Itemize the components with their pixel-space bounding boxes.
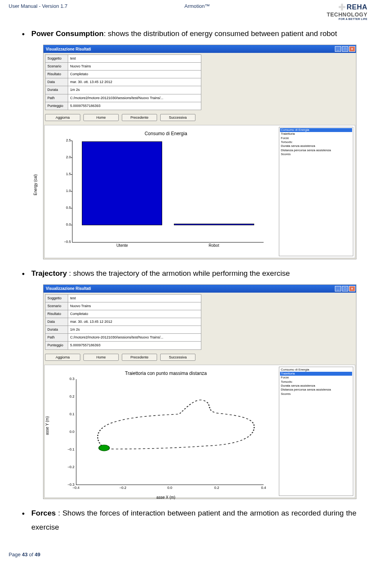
result-body: Consumo di Energia Energy (cal) 2.5 2.0 … [44, 125, 355, 258]
table-row: Datamar. 30. ott. 13:45 12 2012 [45, 318, 201, 326]
window-buttons: _ □ × [335, 46, 355, 52]
xlabel-utente: Utente [116, 242, 128, 249]
minimize-button[interactable]: _ [335, 286, 341, 291]
xlabel-robot: Robot [209, 242, 219, 249]
table-row: Durata1m 2s [45, 326, 201, 334]
close-button[interactable]: × [349, 46, 355, 52]
list-item[interactable]: Scores [280, 152, 352, 156]
list-item[interactable]: Torsods: [280, 140, 352, 144]
chart-title: Consumo di Energia [60, 129, 271, 138]
chart-area-trajectory: Traiettoria con punto massima distanza a… [45, 365, 277, 498]
footer-prefix: Page [9, 552, 22, 557]
table-row: Soggettotest [45, 55, 201, 63]
list-item[interactable]: Distanza percorsa senza assistenza [280, 148, 352, 152]
bullet-traj-label: Trajectory [31, 269, 67, 277]
svg-point-0 [99, 445, 109, 451]
chart-axes: 2.5 2.0 1.5 1.0 0.5 0.0 −0.5 Utente Robo… [72, 141, 264, 242]
minimize-button[interactable]: _ [335, 46, 341, 52]
table-row: RisultatoCompletato [45, 71, 201, 78]
bar-robot [174, 224, 254, 225]
table-row: Punteggio5.00097557186393 [45, 102, 201, 110]
bullet-power-label: Power Consumption [31, 29, 104, 38]
window-title: Visualizzazione Risultati [46, 285, 91, 292]
window-titlebar: Visualizzazione Risultati _ □ × [43, 45, 356, 53]
prev-button[interactable]: Precedente [122, 114, 157, 121]
bullet-traj-text: : shows the trajectory of the armotion w… [67, 269, 290, 277]
logo-sub: TECHNOLOGY [327, 11, 367, 18]
page-header: User Manual - Version 1.7 Armotion™ ✚ RE… [0, 0, 376, 22]
bullet-power: Power Consumption: shows the distributio… [20, 27, 356, 259]
table-row: PathC:/motore2/motore-20121030/sessions/… [45, 94, 201, 102]
table-row: Soggettotest [45, 294, 201, 302]
logo-cross-icon: ✚ [338, 4, 346, 10]
result-type-list[interactable]: Consumo di Energia Traiettoria Forze Tor… [279, 367, 353, 496]
page-footer: Page 43 of 49 [0, 552, 376, 564]
window-buttons: _ □ × [335, 286, 355, 291]
window-titlebar: Visualizzazione Risultati _ □ × [43, 285, 356, 293]
table-row: ScenarioNuovo Trains [45, 302, 201, 310]
bullet-forces: Forces : Shows the forces of interaction… [20, 506, 356, 534]
chart-title: Traiettoria con punto massima distanza [60, 369, 271, 378]
table-row: ScenarioNuovo Trains [45, 63, 201, 71]
list-item[interactable]: Forze [280, 136, 352, 140]
y-axis-label: asse Y (m) [43, 416, 51, 435]
bullet-forces-text: : Shows the forces of interaction betwee… [31, 509, 356, 531]
logo-main: REHA [347, 3, 367, 11]
bullet-forces-label: Forces [31, 509, 56, 517]
button-row: Aggiorna Home Precedente Successiva [43, 112, 356, 125]
list-item[interactable]: Torsods: [280, 380, 352, 384]
logo-tagline: FOR A BETTER LIFE [327, 18, 367, 20]
refresh-button[interactable]: Aggiorna [45, 354, 80, 361]
list-item[interactable]: Distanza percorsa senza assistenza [280, 388, 352, 392]
table-row: PathC:/motore2/motore-20121030/sessions/… [45, 334, 201, 342]
y-axis-label: Energy (cal) [32, 174, 39, 195]
header-center: Armotion™ [67, 3, 327, 9]
prev-button[interactable]: Precedente [122, 354, 157, 361]
session-info-table: Soggettotest ScenarioNuovo Trains Risult… [45, 54, 201, 110]
list-item[interactable]: Durata senza assistenza [280, 384, 352, 388]
list-item[interactable]: Forze [280, 376, 352, 380]
bullet-power-text: : shows the distribution of energy consu… [104, 29, 337, 38]
page-content: Power Consumption: shows the distributio… [0, 22, 376, 552]
close-button[interactable]: × [349, 286, 355, 291]
bullet-trajectory: Trajectory : shows the trajectory of the… [20, 266, 356, 499]
list-item[interactable]: Traiettoria [280, 372, 352, 376]
table-row: Datamar. 30. ott. 13:45 12 2012 [45, 78, 201, 86]
footer-mid: of [27, 552, 34, 557]
maximize-button[interactable]: □ [342, 286, 348, 291]
x-axis-label: asse X (m) [60, 494, 271, 501]
button-row: Aggiorna Home Precedente Successiva [43, 351, 356, 365]
header-left: User Manual - Version 1.7 [9, 3, 67, 9]
result-body: Traiettoria con punto massima distanza a… [44, 365, 355, 498]
next-button[interactable]: Successiva [160, 354, 195, 361]
table-row: Punteggio5.00097557186393 [45, 342, 201, 349]
maximize-button[interactable]: □ [342, 46, 348, 52]
table-row: Durata1m 2s [45, 86, 201, 94]
list-item[interactable]: Scores [280, 392, 352, 396]
list-item[interactable]: Consumo di Energia [280, 128, 352, 132]
footer-page-total: 49 [35, 552, 40, 557]
chart-area-energy: Consumo di Energia Energy (cal) 2.5 2.0 … [45, 125, 277, 258]
home-button[interactable]: Home [83, 354, 119, 361]
home-button[interactable]: Home [83, 114, 119, 121]
trajectory-axes: 0.3 0.2 0.1 0.0 −0.1 −0.2 −0.3 −0.4 −0.2… [76, 379, 264, 485]
logo: ✚ REHA TECHNOLOGY FOR A BETTER LIFE [327, 3, 367, 20]
list-item[interactable]: Durata senza assistenza [280, 144, 352, 148]
session-info-table: Soggettotest ScenarioNuovo Trains Risult… [45, 294, 201, 350]
refresh-button[interactable]: Aggiorna [45, 114, 80, 121]
result-type-list[interactable]: Consumo di Energia Traiettoria Forze Tor… [279, 127, 353, 256]
list-item[interactable]: Consumo di Energia [280, 368, 352, 372]
window-title: Visualizzazione Risultati [46, 45, 91, 53]
screenshot-trajectory: Visualizzazione Risultati _ □ × Soggetto… [43, 284, 356, 499]
bar-utente [82, 141, 162, 225]
screenshot-energy: Visualizzazione Risultati _ □ × Soggetto… [43, 45, 356, 259]
table-row: RisultatoCompletato [45, 310, 201, 318]
next-button[interactable]: Successiva [160, 114, 195, 121]
footer-page-num: 43 [22, 552, 27, 557]
list-item[interactable]: Traiettoria [280, 132, 352, 136]
